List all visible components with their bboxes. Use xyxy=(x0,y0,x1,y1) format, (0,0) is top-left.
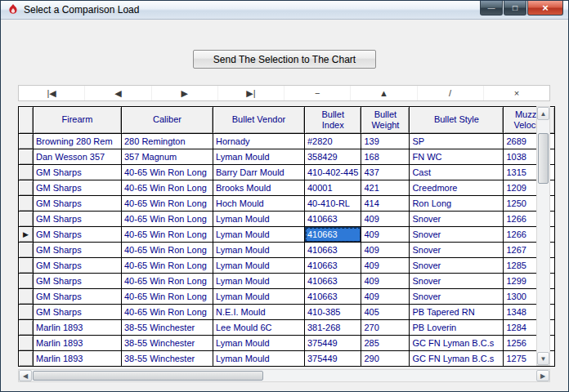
cell-bullet-vendor[interactable]: Brooks Mould xyxy=(213,180,305,196)
cell-bullet-style[interactable]: Snover xyxy=(410,289,504,305)
cell-bullet-weight[interactable]: 409 xyxy=(361,212,410,227)
cell-bullet-index[interactable]: 410-385 xyxy=(305,305,361,320)
cell-bullet-weight[interactable]: 290 xyxy=(361,351,410,367)
cell-caliber[interactable]: 40-65 Win Ron Long xyxy=(122,212,213,227)
cell-bullet-vendor[interactable]: Hoch Mould xyxy=(213,196,305,212)
cell-caliber[interactable]: 40-65 Win Ron Long xyxy=(122,305,213,320)
horizontal-scroll-thumb[interactable] xyxy=(33,371,263,381)
cell-caliber[interactable]: 40-65 Win Ron Long xyxy=(122,258,213,274)
cell-firearm[interactable]: GM Sharps xyxy=(34,165,122,180)
maximize-button[interactable]: □ xyxy=(504,1,526,16)
cell-bullet-weight[interactable]: 409 xyxy=(361,258,410,274)
next-record-button[interactable]: ▶ xyxy=(152,86,218,100)
cell-caliber[interactable]: 38-55 Winchester xyxy=(122,336,213,351)
cell-firearm[interactable]: Marlin 1893 xyxy=(34,351,122,367)
cell-bullet-index[interactable]: 375449 xyxy=(305,351,361,367)
cell-bullet-weight[interactable]: 405 xyxy=(361,305,410,320)
cell-bullet-style[interactable]: Snover xyxy=(410,274,504,289)
cell-caliber[interactable]: 40-65 Win Ron Long xyxy=(122,274,213,289)
cell-bullet-weight[interactable]: 414 xyxy=(361,196,410,212)
cell-bullet-vendor[interactable]: Lyman Mould xyxy=(213,243,305,258)
cell-firearm[interactable]: GM Sharps xyxy=(34,180,122,196)
cell-bullet-vendor[interactable]: Lyman Mould xyxy=(213,274,305,289)
cell-firearm[interactable]: Browning 280 Rem xyxy=(34,134,122,149)
scroll-down-arrow-icon[interactable]: ▼ xyxy=(537,352,549,365)
vertical-scrollbar[interactable]: ▲ ▼ xyxy=(536,106,550,366)
cell-bullet-style[interactable]: PB Tapered RN xyxy=(410,305,504,320)
minimize-button[interactable]: — xyxy=(480,1,503,16)
selected-cell[interactable]: 410663 xyxy=(305,227,361,243)
cell-bullet-style[interactable]: Snover xyxy=(410,258,504,274)
cell-bullet-index[interactable]: 381-268 xyxy=(305,320,361,336)
cell-bullet-index[interactable]: #2820 xyxy=(305,134,361,149)
cell-caliber[interactable]: 38-55 Winchester xyxy=(122,351,213,367)
cell-firearm[interactable]: Marlin 1893 xyxy=(34,320,122,336)
cell-bullet-weight[interactable]: 437 xyxy=(361,165,410,180)
cell-caliber[interactable]: 40-65 Win Ron Long xyxy=(122,289,213,305)
cell-bullet-index[interactable]: 410663 xyxy=(305,289,361,305)
vertical-scroll-thumb[interactable] xyxy=(538,133,549,184)
scroll-right-arrow-icon[interactable]: ▶ xyxy=(536,370,549,381)
cell-caliber[interactable]: 40-65 Win Ron Long xyxy=(122,180,213,196)
scroll-up-arrow-icon[interactable]: ▲ xyxy=(537,107,549,120)
cell-firearm[interactable]: GM Sharps xyxy=(34,305,122,320)
cell-firearm[interactable]: GM Sharps xyxy=(34,243,122,258)
cell-bullet-style[interactable]: GC FN Lyman B.C.s xyxy=(410,351,504,367)
cell-bullet-vendor[interactable]: Lyman Mould xyxy=(213,149,305,165)
cell-firearm[interactable]: GM Sharps xyxy=(34,227,122,243)
cell-bullet-weight[interactable]: 409 xyxy=(361,274,410,289)
horizontal-scroll-track[interactable] xyxy=(32,370,536,381)
cell-bullet-index[interactable]: 410663 xyxy=(305,274,361,289)
cell-firearm[interactable]: Marlin 1893 xyxy=(34,336,122,351)
cell-caliber[interactable]: 40-65 Win Ron Long xyxy=(122,196,213,212)
cell-bullet-vendor[interactable]: Lee Mould 6C xyxy=(213,320,305,336)
cell-caliber[interactable]: 40-65 Win Ron Long xyxy=(122,165,213,180)
cell-bullet-index[interactable]: 410663 xyxy=(305,243,361,258)
cell-bullet-vendor[interactable]: N.E.I. Mould xyxy=(213,305,305,320)
cell-bullet-style[interactable]: Snover xyxy=(410,212,504,227)
cell-bullet-vendor[interactable]: Barry Darr Mould xyxy=(213,165,305,180)
cell-bullet-weight[interactable]: 409 xyxy=(361,289,410,305)
cell-bullet-style[interactable]: Snover xyxy=(410,243,504,258)
cell-bullet-style[interactable]: GC FN Lyman B.C.s xyxy=(410,336,504,351)
cell-bullet-weight[interactable]: 285 xyxy=(361,336,410,351)
edit-record-button[interactable]: ▲ xyxy=(351,86,417,100)
cell-bullet-index[interactable]: 358429 xyxy=(305,149,361,165)
cell-bullet-weight[interactable]: 409 xyxy=(361,243,410,258)
cell-firearm[interactable]: GM Sharps xyxy=(34,212,122,227)
cell-bullet-vendor[interactable]: Lyman Mould xyxy=(213,336,305,351)
prior-record-button[interactable]: ◀ xyxy=(85,86,151,100)
cell-bullet-index[interactable]: 410663 xyxy=(305,212,361,227)
cell-caliber[interactable]: 40-65 Win Ron Long xyxy=(122,243,213,258)
cell-caliber[interactable]: 280 Remington xyxy=(122,134,213,149)
post-edit-button[interactable]: / xyxy=(418,86,484,100)
cell-bullet-vendor[interactable]: Lyman Mould xyxy=(213,351,305,367)
cancel-edit-button[interactable]: × xyxy=(484,86,549,100)
cell-bullet-style[interactable]: FN WC xyxy=(410,149,504,165)
cell-bullet-style[interactable]: Cast xyxy=(410,165,504,180)
cell-caliber[interactable]: 357 Magnum xyxy=(122,149,213,165)
cell-bullet-style[interactable]: Ron Long xyxy=(410,196,504,212)
send-selection-button[interactable]: Send The Selection to The Chart xyxy=(193,50,376,69)
close-button[interactable]: × xyxy=(527,1,563,16)
cell-bullet-index[interactable]: 375449 xyxy=(305,336,361,351)
cell-bullet-vendor[interactable]: Lyman Mould xyxy=(213,212,305,227)
cell-bullet-index[interactable]: 410663 xyxy=(305,258,361,274)
vertical-scroll-track[interactable] xyxy=(537,120,549,352)
cell-bullet-vendor[interactable]: Lyman Mould xyxy=(213,289,305,305)
cell-bullet-weight[interactable]: 168 xyxy=(361,149,410,165)
delete-record-button[interactable]: − xyxy=(284,86,351,100)
cell-caliber[interactable]: 40-65 Win Ron Long xyxy=(122,227,213,243)
cell-bullet-style[interactable]: PB Loverin xyxy=(410,320,504,336)
cell-firearm[interactable]: GM Sharps xyxy=(34,289,122,305)
last-record-button[interactable]: ▶| xyxy=(218,86,284,100)
cell-bullet-weight[interactable]: 270 xyxy=(361,320,410,336)
cell-bullet-index[interactable]: 40001 xyxy=(305,180,361,196)
cell-bullet-vendor[interactable]: Hornady xyxy=(213,134,305,149)
cell-firearm[interactable]: GM Sharps xyxy=(34,274,122,289)
cell-bullet-weight[interactable]: 139 xyxy=(361,134,410,149)
cell-firearm[interactable]: GM Sharps xyxy=(34,196,122,212)
horizontal-scrollbar[interactable]: ◀ ▶ xyxy=(18,369,550,382)
cell-bullet-vendor[interactable]: Lyman Mould xyxy=(213,258,305,274)
cell-bullet-vendor[interactable]: Lyman Mould xyxy=(213,227,305,243)
